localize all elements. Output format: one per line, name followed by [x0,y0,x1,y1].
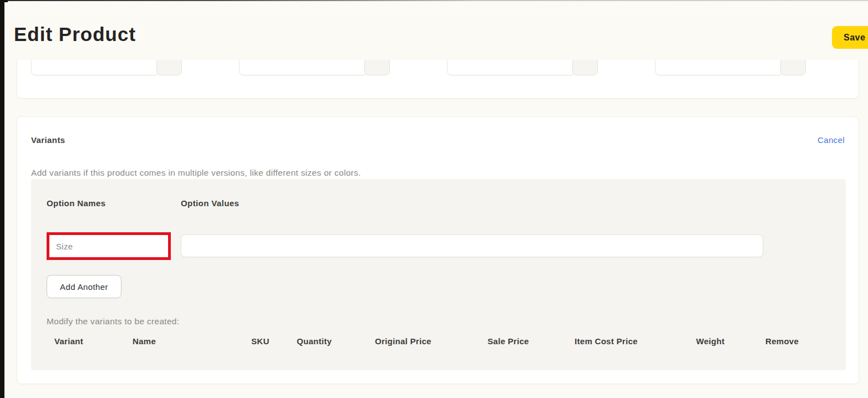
top-left-corner [0,0,8,2]
variants-section-title: Variants [31,135,65,145]
field-addon-button[interactable] [156,60,182,75]
product-fields-card [17,60,859,99]
product-field-input[interactable] [655,60,783,75]
page-title: Edit Product [14,23,136,45]
col-header-original-price: Original Price [375,336,432,346]
col-header-quantity: Quantity [297,336,332,346]
col-header-remove: Remove [765,336,799,346]
variants-description: Add variants if this product comes in mu… [31,168,361,178]
product-field-group [239,60,390,75]
col-header-sale-price: Sale Price [488,336,529,346]
top-edge-line [0,0,868,1]
field-addon-button[interactable] [364,60,390,75]
left-window-edge [0,0,4,398]
top-fade [0,0,868,19]
option-values-input[interactable] [181,234,763,257]
product-field-input[interactable] [239,60,367,75]
save-button[interactable]: Save [832,26,868,49]
variants-panel: Option Names Option Values Add Another M… [31,179,846,370]
modify-variants-text: Modify the variants to be created: [47,317,179,326]
cancel-link[interactable]: Cancel [818,135,845,145]
option-names-header: Option Names [47,198,105,208]
product-field-group [31,60,182,75]
product-field-group [447,60,598,75]
option-values-header: Option Values [181,198,239,208]
col-header-name: Name [133,336,156,346]
col-header-item-cost-price: Item Cost Price [575,336,638,346]
product-field-input[interactable] [31,60,159,75]
col-header-variant: Variant [54,336,83,346]
variants-card: Variants Cancel Add variants if this pro… [17,116,859,384]
field-addon-button[interactable] [780,60,806,75]
edit-product-page: Edit Product Save Variants Cancel Add va… [0,0,868,398]
col-header-weight: Weight [696,336,725,346]
add-another-button[interactable]: Add Another [47,275,121,298]
col-header-sku: SKU [251,336,270,346]
variants-table-header-row: Variant Name SKU Quantity Original Price… [31,336,846,349]
product-field-group [655,60,806,75]
highlight-box [47,232,171,260]
option-name-input[interactable] [49,235,168,257]
field-addon-button[interactable] [572,60,598,75]
product-field-input[interactable] [447,60,575,75]
